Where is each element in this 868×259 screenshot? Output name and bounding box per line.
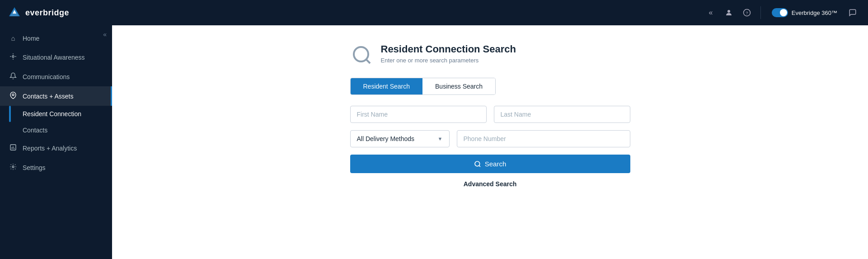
tab-resident-search[interactable]: Resident Search [351, 78, 423, 94]
home-icon: ⌂ [9, 34, 17, 42]
communications-icon [9, 72, 17, 81]
phone-number-input[interactable] [457, 130, 630, 147]
search-large-icon [350, 43, 374, 67]
svg-point-4 [12, 94, 14, 96]
sidebar-item-situational-awareness[interactable]: Situational Awareness [0, 47, 112, 67]
tab-business-search[interactable]: Business Search [422, 78, 495, 94]
sidebar-item-communications-label: Communications [23, 73, 70, 80]
advanced-search-link[interactable]: Advanced Search [464, 180, 517, 188]
svg-point-0 [727, 10, 730, 13]
sidebar: « ⌂ Home Situational Awareness Communica… [0, 25, 112, 259]
logo-text: everbridge [25, 8, 69, 18]
sidebar-item-situational-label: Situational Awareness [23, 54, 85, 61]
sidebar-item-contacts-sub-label: Contacts [23, 127, 47, 134]
main-content: Resident Connection Search Enter one or … [112, 25, 868, 259]
sidebar-item-home-label: Home [23, 35, 39, 42]
sidebar-navigation: ⌂ Home Situational Awareness Communicati… [0, 25, 112, 177]
sidebar-item-settings-label: Settings [23, 164, 46, 171]
top-navigation: everbridge « ? Everbridge 360™ [0, 0, 868, 25]
contacts-assets-icon [9, 92, 17, 100]
svg-point-6 [12, 166, 14, 168]
app-layout: « ⌂ Home Situational Awareness Communica… [0, 25, 868, 259]
sidebar-item-reports-analytics[interactable]: Reports + Analytics [0, 138, 112, 158]
svg-point-7 [354, 47, 368, 61]
toggle-label: Everbridge 360™ [792, 9, 837, 16]
sidebar-item-contacts-assets[interactable]: Contacts + Assets [0, 86, 112, 106]
last-name-input[interactable] [494, 106, 630, 123]
user-icon [725, 9, 733, 17]
page-subtitle: Enter one or more search parameters [381, 57, 516, 64]
sidebar-collapse-button[interactable]: « [101, 29, 108, 40]
chat-button[interactable] [845, 5, 861, 21]
help-button[interactable]: ? [739, 5, 755, 21]
toggle-switch[interactable] [772, 8, 788, 17]
top-nav-actions: « ? Everbridge 360™ [703, 5, 861, 21]
toggle-knob [780, 9, 787, 16]
logo-icon [7, 6, 22, 19]
delivery-methods-label: All Delivery Methods [357, 135, 434, 142]
search-button[interactable]: Search [350, 155, 630, 173]
sidebar-item-home[interactable]: ⌂ Home [0, 29, 112, 47]
chat-icon [849, 9, 857, 17]
search-button-icon [474, 160, 481, 168]
situational-awareness-icon [9, 53, 17, 61]
delivery-phone-row: All Delivery Methods ▼ [350, 130, 630, 147]
first-name-input[interactable] [350, 106, 487, 123]
svg-line-10 [479, 165, 480, 167]
nav-divider [760, 6, 761, 19]
logo-area: everbridge [7, 6, 69, 19]
sidebar-item-contacts[interactable]: Contacts [23, 122, 112, 138]
page-header: Resident Connection Search Enter one or … [350, 43, 516, 67]
svg-line-8 [366, 59, 370, 63]
sidebar-item-reports-label: Reports + Analytics [23, 145, 77, 152]
settings-icon [9, 163, 17, 172]
sidebar-item-contacts-label: Contacts + Assets [23, 93, 73, 100]
sidebar-sub-menu: Resident Connection Contacts [0, 106, 112, 138]
search-tabs: Resident Search Business Search [350, 78, 496, 95]
sidebar-item-settings[interactable]: Settings [0, 158, 112, 177]
page-title: Resident Connection Search [381, 43, 516, 55]
logo[interactable]: everbridge [7, 6, 69, 19]
sidebar-item-resident-connection[interactable]: Resident Connection [23, 106, 112, 122]
search-button-label: Search [485, 160, 507, 168]
sidebar-item-communications[interactable]: Communications [0, 67, 112, 86]
page-title-block: Resident Connection Search Enter one or … [381, 43, 516, 64]
everbridge-360-toggle[interactable]: Everbridge 360™ [766, 6, 843, 19]
reports-icon [9, 144, 17, 152]
search-container: Resident Connection Search Enter one or … [350, 43, 630, 188]
sidebar-item-resident-label: Resident Connection [23, 110, 81, 118]
collapse-nav-button[interactable]: « [703, 5, 719, 21]
name-fields-row [350, 106, 630, 123]
user-profile-button[interactable] [721, 5, 737, 21]
svg-point-3 [12, 56, 14, 57]
help-icon: ? [743, 9, 751, 17]
svg-text:?: ? [746, 10, 748, 15]
delivery-methods-dropdown[interactable]: All Delivery Methods ▼ [350, 130, 450, 147]
chevron-down-icon: ▼ [438, 136, 443, 141]
svg-point-9 [475, 161, 480, 166]
